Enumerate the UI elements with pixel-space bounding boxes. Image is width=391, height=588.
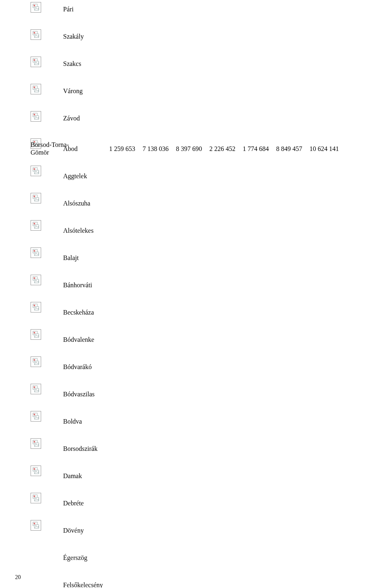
list-item: Debréte: [63, 500, 381, 527]
list-item: Felsőkelecsény: [63, 581, 381, 588]
broken-image-icon: [31, 2, 41, 13]
item-label: Aggtelek: [63, 173, 87, 180]
item-label: Borsodszirák: [63, 445, 97, 452]
list-item: Závod: [63, 115, 381, 142]
item-label: Dövény: [63, 527, 84, 534]
broken-image-icon: [31, 356, 41, 367]
abod-value: 10 624 141: [310, 145, 339, 153]
broken-image-icon: [31, 29, 41, 40]
broken-image-icon: [31, 466, 41, 476]
item-label: Szakály: [63, 33, 84, 40]
list-item: Bódvalenke: [63, 336, 381, 363]
item-label: Závod: [63, 115, 80, 122]
abod-value: 8 397 690: [176, 145, 202, 153]
broken-image-icon: [31, 220, 41, 231]
item-label: Várong: [63, 87, 83, 95]
list-item: Alsószuha: [63, 200, 381, 227]
item-label: Felsőkelecsény: [63, 581, 103, 588]
broken-image-icon: [31, 84, 41, 94]
broken-image-icon: [31, 520, 41, 531]
data-row-abod: Abod1 259 6537 138 0368 397 6902 226 452…: [63, 142, 381, 173]
item-label: Bódvalenke: [63, 336, 94, 343]
abod-value: 2 226 452: [209, 145, 235, 153]
list-item: Szakály: [63, 33, 381, 60]
abod-name: Abod: [63, 145, 102, 153]
item-label: Pári: [63, 6, 74, 13]
abod-value: 7 138 036: [143, 145, 169, 153]
item-label: Szakcs: [63, 60, 81, 68]
item-label: Alsószuha: [63, 200, 90, 207]
item-label: Balajt: [63, 254, 79, 262]
list-item: Balajt: [63, 254, 381, 282]
broken-image-icon: [31, 247, 41, 258]
item-label: Alsótelekes: [63, 227, 94, 234]
list-item: Boldva: [63, 418, 381, 445]
broken-image-icon: [31, 57, 41, 67]
item-label: Bódvaszilas: [63, 391, 94, 398]
text-column: PáriSzakálySzakcsVárongZávodAbod1 259 65…: [63, 6, 381, 588]
list-item: Alsótelekes: [63, 227, 381, 254]
list-item: Várong: [63, 87, 381, 115]
icon-column: [31, 2, 43, 547]
item-label: Boldva: [63, 418, 82, 425]
broken-image-icon: [31, 329, 41, 340]
item-label: Becskeháza: [63, 309, 94, 316]
list-item: Bánhorváti: [63, 282, 381, 309]
list-item: Borsodszirák: [63, 445, 381, 472]
list-item: Szakcs: [63, 60, 381, 87]
list-item: Aggtelek: [63, 173, 381, 200]
abod-value: 1 774 684: [243, 145, 269, 153]
broken-image-icon: [31, 438, 41, 449]
broken-image-icon: [31, 111, 41, 122]
list-item: Égerszög: [63, 554, 381, 581]
list-item: Dövény: [63, 527, 381, 554]
broken-image-icon: [31, 302, 41, 313]
abod-value: 8 849 457: [276, 145, 302, 153]
list-item: Pári: [63, 6, 381, 33]
broken-image-icon: [31, 275, 41, 285]
list-item: Bódvaszilas: [63, 391, 381, 418]
item-label: Bánhorváti: [63, 282, 92, 289]
broken-image-icon: [31, 493, 41, 503]
broken-image-icon: [31, 384, 41, 394]
list-item: Damak: [63, 472, 381, 500]
broken-image-icon: [31, 166, 41, 176]
page: Borsod-Torna- Gömör PáriSzakálySzakcsVár…: [0, 0, 391, 588]
item-label: Bódvarákó: [63, 363, 92, 371]
item-label: Égerszög: [63, 554, 88, 562]
page-number: 20: [15, 574, 21, 581]
item-label: Debréte: [63, 500, 84, 507]
list-item: Bódvarákó: [63, 363, 381, 391]
abod-value: 1 259 653: [109, 145, 135, 153]
item-label: Damak: [63, 472, 82, 480]
group-label-line2: Gömör: [31, 149, 49, 156]
broken-image-icon: [31, 193, 41, 203]
list-item: Becskeháza: [63, 309, 381, 336]
broken-image-icon: [31, 411, 41, 422]
